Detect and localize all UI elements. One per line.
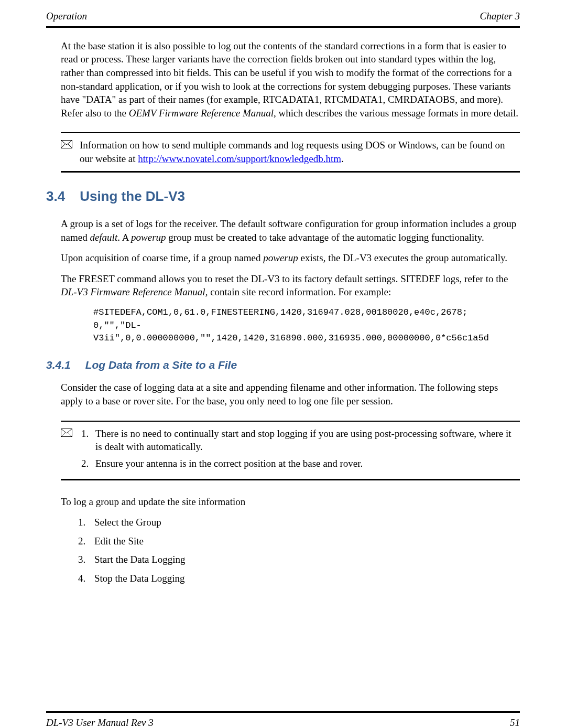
- section-3-4-1-num: 3.4.1: [46, 358, 71, 372]
- section-3-4-1-title: Log Data from a Site to a File: [85, 358, 237, 372]
- note1-post: .: [341, 153, 344, 164]
- p34-3-a: The FRESET command allows you to reset t…: [61, 273, 508, 284]
- note2-item-1: There is no need to continually start an…: [91, 427, 520, 454]
- step-4: Stop the Data Logging: [88, 572, 520, 585]
- section-3-4-1-body: Consider the case of logging data at a s…: [61, 381, 520, 408]
- header-right: Chapter 3: [480, 9, 520, 23]
- step-2: Edit the Site: [88, 534, 520, 548]
- p34-2-em: powerup: [263, 252, 298, 263]
- note-block-1: Information on how to send multiple comm…: [61, 132, 520, 172]
- p34-3-b: , contain site record information. For e…: [205, 286, 391, 297]
- note2-row: There is no need to continually start an…: [61, 427, 520, 474]
- step-3: Start the Data Logging: [88, 553, 520, 566]
- procedure-list: Select the Group Edit the Site Start the…: [88, 516, 520, 585]
- running-header: Operation Chapter 3: [46, 9, 520, 26]
- step-1: Select the Group: [88, 516, 520, 529]
- note2-rule-bot: [61, 479, 520, 480]
- envelope-icon: [61, 140, 72, 148]
- footer-rule: [46, 711, 520, 713]
- note1-row: Information on how to send multiple comm…: [61, 138, 520, 165]
- header-rule: [46, 26, 520, 28]
- procedure-lead: To log a group and update the site infor…: [61, 495, 520, 509]
- section-3-4-num: 3.4: [46, 187, 65, 206]
- intro-pre: At the base station it is also possible …: [61, 40, 512, 119]
- p34-1-b: . A: [117, 232, 131, 243]
- intro-em: OEMV Firmware Reference Manual: [129, 108, 274, 119]
- note1-text: Information on how to send multiple comm…: [80, 138, 520, 165]
- note2-item-2: Ensure your antenna is in the correct po…: [91, 457, 520, 470]
- intro-paragraph: At the base station it is also possible …: [61, 39, 520, 120]
- p341-2: To log a group and update the site infor…: [61, 495, 520, 509]
- envelope-icon: [61, 429, 72, 437]
- p341-1: Consider the case of logging data at a s…: [61, 381, 520, 408]
- p34-3-em: DL-V3 Firmware Reference Manual: [61, 286, 205, 297]
- p34-1-em1: default: [90, 232, 117, 243]
- footer-right: 51: [510, 716, 520, 728]
- page: Operation Chapter 3 At the base station …: [0, 0, 566, 728]
- p34-2-a: Upon acquisition of coarse time, if a gr…: [61, 252, 263, 263]
- support-link[interactable]: http://www.novatel.com/support/knowledge…: [138, 153, 341, 164]
- note2-rule-top: [61, 421, 520, 422]
- p34-1-em2: powerup: [131, 232, 166, 243]
- footer-left: DL-V3 User Manual Rev 3: [46, 716, 154, 728]
- p34-2-b: exists, the DL-V3 executes the group aut…: [298, 252, 507, 263]
- note1-rule-top: [61, 132, 520, 133]
- p34-3: The FRESET command allows you to reset t…: [61, 272, 520, 299]
- note1-rule-bot: [61, 171, 520, 173]
- code-block: #SITEDEFA,COM1,0,61.0,FINESTEERING,1420,…: [93, 306, 520, 345]
- section-3-4-body: A group is a set of logs for the receive…: [61, 217, 520, 299]
- p34-1-c: group must be created to take advantage …: [166, 232, 484, 243]
- intro-para-text: At the base station it is also possible …: [61, 39, 520, 120]
- section-3-4-heading: 3.4 Using the DL-V3: [46, 187, 520, 206]
- intro-post: , which describes the various message fo…: [274, 108, 518, 119]
- section-3-4-title: Using the DL-V3: [80, 187, 185, 206]
- note-block-2: There is no need to continually start an…: [61, 421, 520, 480]
- note2-list: There is no need to continually start an…: [80, 427, 520, 474]
- running-footer: DL-V3 User Manual Rev 3 51: [46, 716, 520, 728]
- p34-2: Upon acquisition of coarse time, if a gr…: [61, 251, 520, 265]
- section-3-4-1-heading: 3.4.1 Log Data from a Site to a File: [46, 358, 520, 372]
- p34-1: A group is a set of logs for the receive…: [61, 217, 520, 244]
- header-left: Operation: [46, 9, 87, 23]
